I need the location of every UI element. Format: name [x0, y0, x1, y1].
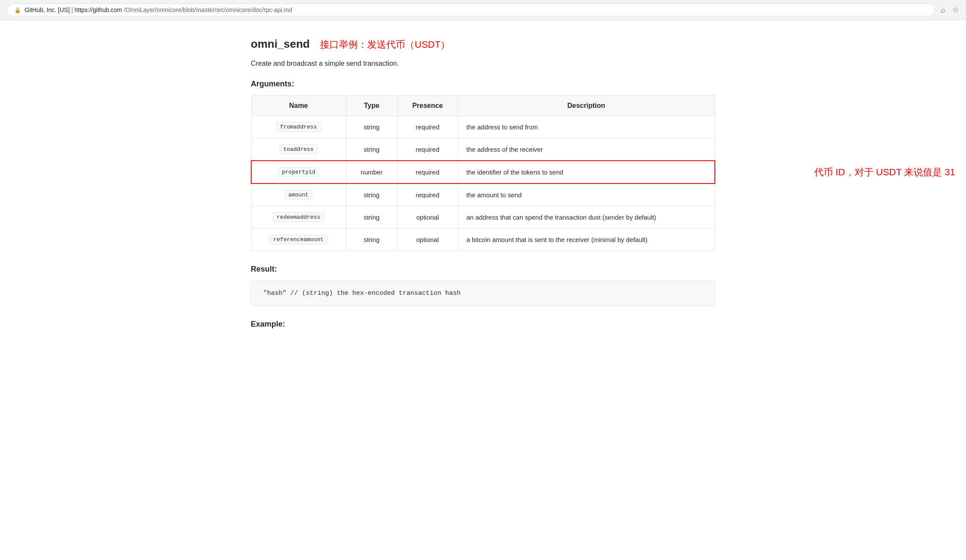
col-header-description: Description: [458, 96, 715, 116]
arguments-label: Arguments:: [251, 80, 715, 89]
table-row: amount string required the amount to sen…: [251, 184, 715, 206]
result-code-block: "hash" // (string) the hex-encoded trans…: [251, 281, 715, 306]
row-name-amount: amount: [251, 184, 346, 206]
amount-badge: amount: [285, 190, 313, 200]
row-type-propertyid: number: [346, 161, 397, 184]
row-presence-propertyid: required: [397, 161, 458, 184]
row-presence-redeemaddress: optional: [397, 206, 458, 229]
row-desc-referenceamount: a bitcoin amount that is sent to the rec…: [458, 229, 715, 251]
col-header-type: Type: [346, 96, 397, 116]
row-name-propertyid: propertyid: [251, 161, 346, 184]
api-name: omni_send: [251, 37, 310, 51]
url-host: GitHub, Inc. [US]: [25, 6, 70, 13]
table-row-propertyid: propertyid number required the identifie…: [251, 161, 715, 184]
address-bar[interactable]: 🔒 GitHub, Inc. [US] | https://github.com…: [7, 3, 935, 16]
row-presence-fromaddress: required: [397, 116, 458, 138]
bookmark-icon[interactable]: ☆: [952, 5, 959, 15]
propertyid-badge: propertyid: [278, 167, 319, 177]
fromaddress-badge: fromaddress: [276, 122, 321, 132]
row-type-referenceamount: string: [346, 229, 397, 251]
result-label: Result:: [251, 265, 715, 274]
url-text: GitHub, Inc. [US] | https://github.com /…: [25, 6, 292, 13]
table-row: fromaddress string required the address …: [251, 116, 715, 138]
example-label: Example:: [251, 320, 715, 329]
result-code: "hash" // (string) the hex-encoded trans…: [263, 290, 461, 297]
row-type-fromaddress: string: [346, 116, 397, 138]
row-type-redeemaddress: string: [346, 206, 397, 229]
table-wrapper: Name Type Presence Description fromaddre…: [251, 95, 715, 251]
col-header-name: Name: [251, 96, 346, 116]
api-description: Create and broadcast a simple send trans…: [251, 60, 715, 67]
result-section: Result: "hash" // (string) the hex-encod…: [251, 265, 715, 306]
col-header-presence: Presence: [397, 96, 458, 116]
row-desc-toaddress: the address of the receiver: [458, 138, 715, 161]
row-desc-propertyid: the identifier of the tokens to send 代币 …: [458, 161, 715, 184]
url-domain: https://github.com: [74, 6, 122, 13]
row-name-fromaddress: fromaddress: [251, 116, 346, 138]
arguments-table: Name Type Presence Description fromaddre…: [251, 95, 715, 251]
example-section: Example:: [251, 320, 715, 329]
referenceamount-badge: referenceamount: [269, 235, 327, 245]
row-name-redeemaddress: redeemaddress: [251, 206, 346, 229]
url-path: /OmniLayer/omnicore/blob/master/src/omni…: [124, 6, 292, 13]
row-presence-amount: required: [397, 184, 458, 206]
redeemaddress-badge: redeemaddress: [273, 212, 324, 222]
lock-icon: 🔒: [14, 7, 21, 13]
toaddress-badge: toaddress: [280, 144, 317, 154]
browser-chrome: 🔒 GitHub, Inc. [US] | https://github.com…: [0, 0, 966, 20]
row-name-toaddress: toaddress: [251, 138, 346, 161]
table-row: toaddress string required the address of…: [251, 138, 715, 161]
row-type-amount: string: [346, 184, 397, 206]
page-content: omni_send 接口举例：发送代币（USDT） Create and bro…: [225, 20, 741, 360]
arguments-section: Arguments: Name Type Presence Descriptio…: [251, 80, 715, 251]
table-row: redeemaddress string optional an address…: [251, 206, 715, 229]
browser-toolbar-icons: ⌕ ☆: [941, 5, 959, 15]
table-header-row: Name Type Presence Description: [251, 96, 715, 116]
table-row: referenceamount string optional a bitcoi…: [251, 229, 715, 251]
row-desc-fromaddress: the address to send from: [458, 116, 715, 138]
row-type-toaddress: string: [346, 138, 397, 161]
propertyid-annotation: 代币 ID，对于 USDT 来说值是 31: [814, 161, 955, 183]
title-section: omni_send 接口举例：发送代币（USDT）: [251, 37, 715, 51]
row-desc-redeemaddress: an address that can spend the transactio…: [458, 206, 715, 229]
title-annotation: 接口举例：发送代币（USDT）: [320, 38, 450, 51]
row-desc-amount: the amount to send: [458, 184, 715, 206]
row-presence-toaddress: required: [397, 138, 458, 161]
row-name-referenceamount: referenceamount: [251, 229, 346, 251]
row-presence-referenceamount: optional: [397, 229, 458, 251]
search-icon[interactable]: ⌕: [941, 6, 945, 15]
